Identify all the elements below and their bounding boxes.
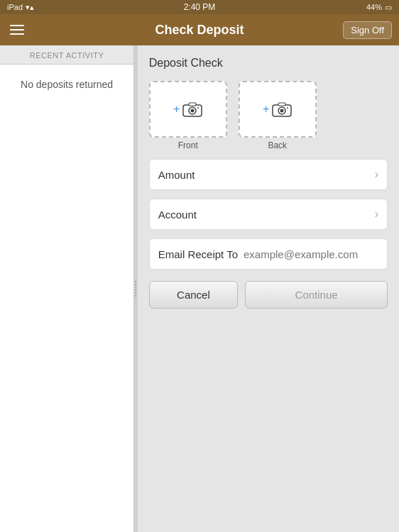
camera-row: + Front + (149, 81, 388, 150)
back-photo-button[interactable]: + (239, 81, 317, 138)
amount-label: Amount (158, 169, 195, 181)
front-plus-icon: + (173, 103, 180, 116)
battery-pct: 44% (366, 3, 382, 11)
status-left: iPad ▾▴ (7, 3, 34, 12)
recent-activity-header: RECENT ACTIVITY (0, 45, 133, 65)
menu-bar-1 (10, 25, 24, 26)
drag-dot-3 (135, 287, 136, 288)
menu-button[interactable] (7, 22, 27, 38)
back-camera-icon (272, 101, 292, 117)
drag-dot-5 (135, 292, 136, 294)
battery-icon: ▭ (385, 3, 392, 12)
account-chevron-icon: › (375, 208, 378, 221)
svg-rect-8 (278, 103, 285, 106)
continue-button[interactable]: Continue (245, 281, 388, 309)
svg-point-2 (191, 109, 195, 113)
page-title: Check Deposit (155, 23, 244, 38)
sign-off-button[interactable]: Sign Off (343, 21, 392, 39)
email-receipt-input[interactable] (244, 248, 378, 260)
svg-point-7 (280, 109, 284, 113)
status-right: 44% ▭ (366, 3, 392, 12)
menu-bar-2 (10, 29, 24, 31)
drag-dot-1 (135, 281, 136, 282)
no-deposits-text: No deposits returned (21, 79, 113, 90)
front-camera-icon-wrap: + (173, 101, 202, 117)
drag-dot-2 (135, 284, 136, 285)
front-camera-icon (182, 101, 202, 117)
wifi-icon: ▾▴ (26, 3, 34, 12)
email-receipt-label: Email Receipt To (158, 248, 238, 260)
status-bar: iPad ▾▴ 2:40 PM 44% ▭ (0, 0, 399, 14)
back-photo-wrap: + Back (239, 81, 317, 150)
email-receipt-row: Email Receipt To (149, 238, 388, 270)
front-photo-button[interactable]: + (149, 81, 227, 138)
cancel-button[interactable]: Cancel (149, 281, 238, 309)
right-panel: Deposit Check + (138, 45, 399, 532)
main-layout: RECENT ACTIVITY No deposits returned Dep… (0, 45, 399, 532)
left-panel: RECENT ACTIVITY No deposits returned (0, 45, 134, 532)
menu-bar-3 (10, 33, 24, 35)
drag-dot-4 (135, 289, 136, 291)
deposit-check-title: Deposit Check (149, 57, 388, 70)
back-label: Back (268, 140, 287, 150)
back-plus-icon: + (263, 103, 269, 116)
svg-rect-3 (189, 103, 196, 106)
svg-point-4 (197, 107, 199, 109)
navbar: Check Deposit Sign Off (0, 14, 399, 45)
status-time: 2:40 PM (184, 2, 216, 12)
no-deposits-section: No deposits returned (0, 65, 133, 532)
button-row: Cancel Continue (149, 281, 388, 309)
device-label: iPad (7, 3, 23, 11)
drag-dot-6 (135, 295, 136, 297)
account-label: Account (158, 209, 197, 221)
back-camera-icon-wrap: + (263, 101, 292, 117)
amount-chevron-icon: › (375, 168, 378, 181)
front-label: Front (178, 140, 198, 150)
amount-field[interactable]: Amount › (149, 159, 388, 190)
account-field[interactable]: Account › (149, 199, 388, 230)
svg-point-9 (287, 107, 288, 109)
front-photo-wrap: + Front (149, 81, 227, 150)
